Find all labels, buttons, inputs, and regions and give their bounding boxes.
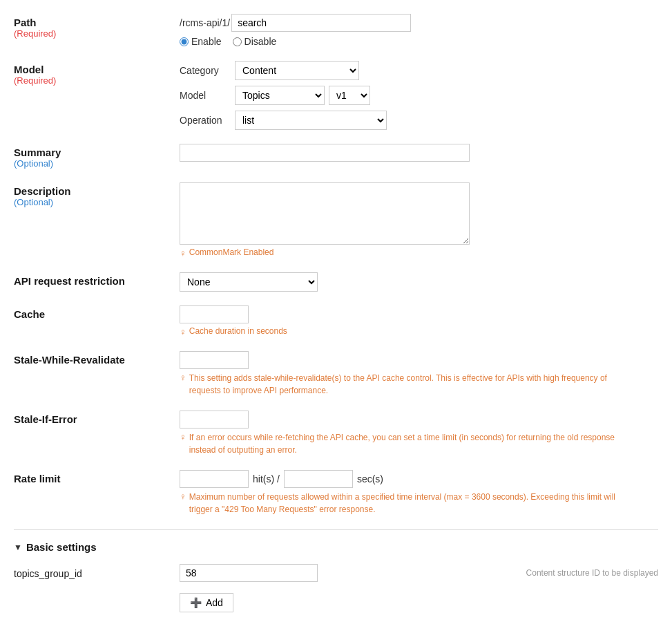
path-label: Path (Required) [14, 14, 180, 39]
path-prefix: /rcms-api/1/ [180, 17, 230, 28]
description-optional: (Optional) [14, 197, 180, 207]
commonmark-text: CommonMark Enabled [189, 247, 274, 257]
rate-secs-label: sec(s) [357, 473, 383, 484]
rate-limit-row: Rate limit hit(s) / sec(s) ♀ Maximum num… [14, 470, 658, 516]
description-textarea[interactable] [180, 182, 470, 245]
rate-limit-hint: ♀ Maximum number of requests allowed wit… [180, 491, 658, 516]
model-select[interactable]: Topics [235, 86, 325, 105]
model-row: Model (Required) Category Content Model … [14, 61, 658, 130]
description-content: ♀ CommonMark Enabled [180, 182, 658, 258]
stale-revalidate-content: ♀ This setting adds stale-while-revalida… [180, 351, 658, 397]
stale-revalidate-input[interactable] [180, 351, 249, 369]
description-title: Description [14, 185, 180, 197]
basic-settings-header: ▼ Basic settings [14, 541, 658, 553]
stale-error-label: Stale-If-Error [14, 411, 180, 425]
summary-title: Summary [14, 147, 180, 158]
stale-error-hint: ♀ If an error occurs while re-fetching t… [180, 431, 658, 456]
enable-label: Enable [191, 36, 222, 47]
version-select[interactable]: v1 [329, 86, 370, 105]
category-select-wrap: Content [235, 61, 658, 80]
restriction-select[interactable]: None [180, 272, 318, 292]
stale-revalidate-hint-text: This setting adds stale-while-revalidate… [189, 372, 617, 397]
rate-limit-hint-icon: ♀ [180, 491, 186, 502]
commonmark-icon: ♀ [180, 248, 186, 258]
summary-optional: (Optional) [14, 158, 180, 169]
path-row: Path (Required) /rcms-api/1/ Enable Disa… [14, 14, 658, 47]
section-divider [14, 529, 658, 530]
category-select[interactable]: Content [235, 61, 359, 80]
topics-group-id-input[interactable] [180, 564, 318, 582]
add-button[interactable]: ➕ Add [180, 593, 233, 612]
path-input-row: /rcms-api/1/ [180, 14, 658, 32]
model-required: (Required) [14, 75, 180, 86]
path-required: (Required) [14, 28, 180, 39]
model-content: Category Content Model Topics v1 Operati… [180, 61, 658, 130]
commonmark-hint: ♀ CommonMark Enabled [180, 247, 658, 258]
rate-limit-inputs: hit(s) / sec(s) [180, 470, 658, 488]
cache-row: Cache ♀ Cache duration in seconds [14, 305, 658, 337]
stale-revalidate-label: Stale-While-Revalidate [14, 351, 180, 366]
model-grid-label: Model [180, 90, 235, 101]
stale-error-title: Stale-If-Error [14, 413, 180, 425]
stale-error-hint-icon: ♀ [180, 432, 186, 442]
enable-radio-label[interactable]: Enable [180, 36, 222, 47]
stale-revalidate-title: Stale-While-Revalidate [14, 354, 180, 366]
api-restriction-title: API request restriction [14, 275, 180, 287]
disable-radio[interactable] [233, 37, 242, 46]
plus-icon: ➕ [190, 597, 202, 608]
topics-group-id-label: topics_group_id [14, 564, 180, 579]
topics-group-id-hint: Content structure ID to be displayed [526, 564, 658, 578]
path-input[interactable] [231, 14, 411, 32]
operation-select[interactable]: list [235, 111, 387, 130]
summary-row: Summary (Optional) [14, 144, 658, 169]
stale-error-hint-text: If an error occurs while re-fetching the… [189, 431, 624, 456]
api-restriction-label: API request restriction [14, 272, 180, 287]
disable-label: Disable [244, 36, 277, 47]
description-row: Description (Optional) ♀ CommonMark Enab… [14, 182, 658, 258]
triangle-icon: ▼ [14, 543, 22, 552]
stale-error-row: Stale-If-Error ♀ If an error occurs whil… [14, 411, 658, 456]
stale-revalidate-row: Stale-While-Revalidate ♀ This setting ad… [14, 351, 658, 397]
add-label: Add [206, 597, 223, 608]
cache-hint-text: Cache duration in seconds [189, 326, 287, 336]
model-selects: Topics v1 [235, 86, 658, 105]
cache-content: ♀ Cache duration in seconds [180, 305, 658, 337]
cache-hint: ♀ Cache duration in seconds [180, 326, 658, 337]
path-radio-group: Enable Disable [180, 36, 658, 47]
cache-input[interactable] [180, 305, 249, 323]
model-label: Model (Required) [14, 61, 180, 86]
cache-title: Cache [14, 308, 180, 320]
stale-revalidate-hint-icon: ♀ [180, 373, 186, 383]
cache-hint-icon: ♀ [180, 327, 186, 337]
rate-limit-label: Rate limit [14, 470, 180, 484]
summary-label: Summary (Optional) [14, 144, 180, 169]
rate-hits-input[interactable] [180, 470, 249, 488]
rate-limit-hint-text: Maximum number of requests allowed withi… [189, 491, 624, 516]
stale-error-input[interactable] [180, 411, 249, 428]
category-label: Category [180, 65, 235, 76]
api-restriction-content: None [180, 272, 658, 292]
description-label: Description (Optional) [14, 182, 180, 207]
operation-label: Operation [180, 115, 235, 126]
summary-content [180, 144, 658, 162]
basic-settings-row: topics_group_id Content structure ID to … [14, 564, 658, 585]
disable-radio-label[interactable]: Disable [233, 36, 277, 47]
summary-input[interactable] [180, 144, 470, 162]
topics-group-id-content [180, 564, 506, 585]
rate-secs-input[interactable] [284, 470, 353, 488]
model-grid: Category Content Model Topics v1 Operati… [180, 61, 658, 130]
enable-radio[interactable] [180, 37, 189, 46]
path-title: Path [14, 17, 180, 28]
cache-label: Cache [14, 305, 180, 320]
rate-limit-title: Rate limit [14, 473, 180, 484]
rate-limit-content: hit(s) / sec(s) ♀ Maximum number of requ… [180, 470, 658, 516]
model-title: Model [14, 64, 180, 75]
stale-revalidate-hint: ♀ This setting adds stale-while-revalida… [180, 372, 658, 397]
rate-hits-label: hit(s) / [253, 473, 280, 484]
operation-select-wrap: list [235, 111, 658, 130]
api-restriction-row: API request restriction None [14, 272, 658, 292]
path-content: /rcms-api/1/ Enable Disable [180, 14, 658, 47]
stale-error-content: ♀ If an error occurs while re-fetching t… [180, 411, 658, 456]
basic-settings-title: Basic settings [26, 541, 97, 553]
